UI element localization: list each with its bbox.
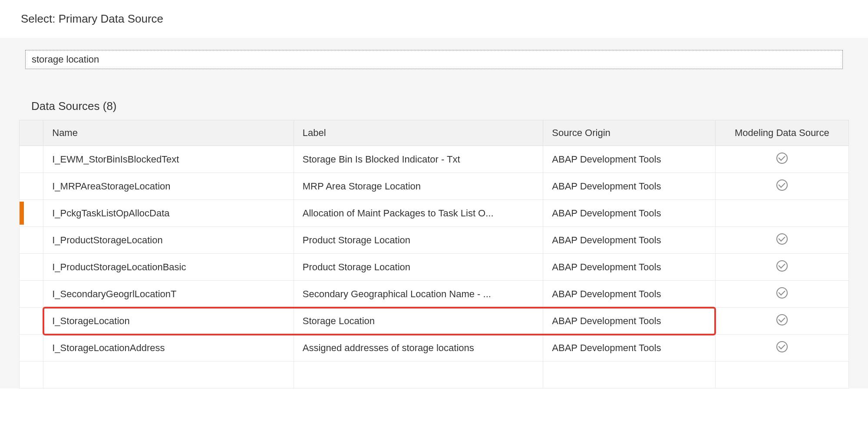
- table-row[interactable]: I_EWM_StorBinIsBlockedTextStorage Bin Is…: [20, 146, 849, 173]
- row-model: [715, 254, 848, 281]
- row-label: Allocation of Maint Packages to Task Lis…: [294, 200, 543, 227]
- empty-cell: [20, 362, 43, 388]
- row-name: I_PckgTaskListOpAllocData: [43, 200, 294, 227]
- row-label: Storage Bin Is Blocked Indicator - Txt: [294, 146, 543, 173]
- empty-cell: [543, 362, 715, 388]
- table-header-origin[interactable]: Source Origin: [543, 120, 715, 146]
- empty-cell: [715, 362, 848, 388]
- data-sources-table: Name Label Source Origin Modeling Data S…: [19, 120, 849, 388]
- section-title: Data Sources (8): [0, 100, 868, 120]
- row-origin: ABAP Development Tools: [543, 308, 715, 335]
- row-marker: [20, 308, 43, 335]
- row-origin: ABAP Development Tools: [543, 146, 715, 173]
- row-marker: [20, 254, 43, 281]
- row-name: I_StorageLocation: [43, 308, 294, 335]
- row-model: [715, 200, 848, 227]
- checkmark-icon: [776, 314, 788, 325]
- checkmark-icon: [776, 341, 788, 352]
- empty-cell: [43, 362, 294, 388]
- row-marker: [20, 281, 43, 308]
- row-model: [715, 227, 848, 254]
- checkmark-icon: [776, 260, 788, 272]
- table-row-empty: [20, 362, 849, 388]
- table-header-model[interactable]: Modeling Data Source: [715, 120, 848, 146]
- row-label: MRP Area Storage Location: [294, 173, 543, 200]
- row-model: [715, 281, 848, 308]
- table-header-marker: [20, 120, 43, 146]
- row-label: Assigned addresses of storage locations: [294, 335, 543, 362]
- row-origin: ABAP Development Tools: [543, 254, 715, 281]
- page-title: Select: Primary Data Source: [0, 0, 868, 26]
- row-label: Product Storage Location: [294, 254, 543, 281]
- table-row[interactable]: I_StorageLocationStorage LocationABAP De…: [20, 308, 849, 335]
- row-origin: ABAP Development Tools: [543, 227, 715, 254]
- row-origin: ABAP Development Tools: [543, 281, 715, 308]
- row-origin: ABAP Development Tools: [543, 173, 715, 200]
- row-name: I_ProductStorageLocationBasic: [43, 254, 294, 281]
- row-model: [715, 146, 848, 173]
- table-header-name[interactable]: Name: [43, 120, 294, 146]
- row-name: I_EWM_StorBinIsBlockedText: [43, 146, 294, 173]
- row-name: I_MRPAreaStorageLocation: [43, 173, 294, 200]
- table-row[interactable]: I_MRPAreaStorageLocationMRP Area Storage…: [20, 173, 849, 200]
- row-model: [715, 308, 848, 335]
- row-label: Storage Location: [294, 308, 543, 335]
- row-marker: [20, 173, 43, 200]
- row-label: Product Storage Location: [294, 227, 543, 254]
- table-row[interactable]: I_SecondaryGeogrlLocationTSecondary Geog…: [20, 281, 849, 308]
- table-row[interactable]: I_PckgTaskListOpAllocDataAllocation of M…: [20, 200, 849, 227]
- row-model: [715, 335, 848, 362]
- table-header-row: Name Label Source Origin Modeling Data S…: [20, 120, 849, 146]
- row-marker: [20, 200, 43, 227]
- row-origin: ABAP Development Tools: [543, 200, 715, 227]
- checkmark-icon: [776, 287, 788, 299]
- row-name: I_ProductStorageLocation: [43, 227, 294, 254]
- empty-cell: [294, 362, 543, 388]
- table-row[interactable]: I_ProductStorageLocationProduct Storage …: [20, 227, 849, 254]
- row-name: I_SecondaryGeogrlLocationT: [43, 281, 294, 308]
- row-label: Secondary Geographical Location Name - .…: [294, 281, 543, 308]
- search-input[interactable]: [25, 50, 843, 69]
- table-row[interactable]: I_ProductStorageLocationBasicProduct Sto…: [20, 254, 849, 281]
- row-name: I_StorageLocationAddress: [43, 335, 294, 362]
- table-header-label[interactable]: Label: [294, 120, 543, 146]
- row-marker: [20, 227, 43, 254]
- row-origin: ABAP Development Tools: [543, 335, 715, 362]
- row-model: [715, 173, 848, 200]
- checkmark-icon: [776, 179, 788, 191]
- checkmark-icon: [776, 233, 788, 245]
- row-marker: [20, 335, 43, 362]
- data-sources-table-container: Name Label Source Origin Modeling Data S…: [19, 120, 849, 388]
- table-row[interactable]: I_StorageLocationAddressAssigned address…: [20, 335, 849, 362]
- row-marker: [20, 146, 43, 173]
- checkmark-icon: [776, 153, 788, 164]
